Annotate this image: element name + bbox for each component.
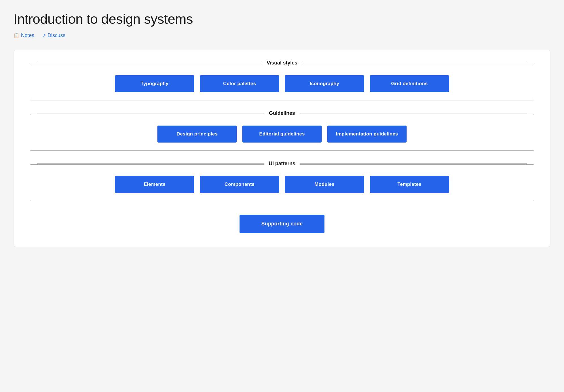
ui-patterns-title-wrapper: UI patterns — [30, 161, 534, 167]
ui-patterns-section: UI patterns Elements Components Modules … — [30, 164, 534, 201]
implementation-guidelines-btn[interactable]: Implementation guidelines — [327, 126, 407, 143]
visual-styles-box: Visual styles Typography Color palettes … — [30, 64, 534, 100]
templates-btn[interactable]: Templates — [370, 176, 449, 193]
header-links: 📋 Notes ↗ Discuss — [14, 33, 550, 38]
guidelines-buttons: Design principles Editorial guidelines I… — [38, 126, 526, 143]
visual-styles-buttons: Typography Color palettes Iconography Gr… — [38, 75, 526, 92]
divider-right-3 — [300, 163, 527, 164]
modules-btn[interactable]: Modules — [285, 176, 364, 193]
divider-right-2 — [300, 113, 527, 113]
page-title: Introduction to design systems — [14, 11, 550, 27]
visual-styles-title-wrapper: Visual styles — [30, 60, 534, 66]
notes-label: Notes — [21, 33, 34, 38]
main-container: Visual styles Typography Color palettes … — [14, 50, 550, 247]
divider-left-3 — [37, 163, 264, 164]
editorial-guidelines-btn[interactable]: Editorial guidelines — [242, 126, 322, 143]
discuss-link[interactable]: ↗ Discuss — [42, 33, 65, 38]
components-btn[interactable]: Components — [200, 176, 279, 193]
supporting-code-section: Supporting code — [30, 215, 534, 233]
ui-patterns-box: UI patterns Elements Components Modules … — [30, 164, 534, 201]
guidelines-section: Guidelines Design principles Editorial g… — [30, 114, 534, 151]
iconography-btn[interactable]: Iconography — [285, 75, 364, 92]
discuss-label: Discuss — [48, 33, 65, 38]
guidelines-box: Guidelines Design principles Editorial g… — [30, 114, 534, 151]
notes-link[interactable]: 📋 Notes — [14, 33, 34, 38]
typography-btn[interactable]: Typography — [115, 75, 194, 92]
divider-right — [302, 63, 527, 63]
guidelines-title-wrapper: Guidelines — [30, 110, 534, 116]
design-principles-btn[interactable]: Design principles — [157, 126, 237, 143]
ui-patterns-buttons: Elements Components Modules Templates — [38, 176, 526, 193]
divider-left — [37, 63, 262, 63]
visual-styles-section: Visual styles Typography Color palettes … — [30, 64, 534, 100]
external-link-icon: ↗ — [42, 33, 46, 38]
notes-icon: 📋 — [14, 33, 19, 38]
divider-left-2 — [37, 113, 264, 113]
supporting-code-btn[interactable]: Supporting code — [240, 215, 324, 233]
guidelines-title: Guidelines — [264, 110, 300, 116]
color-palettes-btn[interactable]: Color palettes — [200, 75, 279, 92]
visual-styles-title: Visual styles — [262, 60, 302, 66]
ui-patterns-title: UI patterns — [264, 161, 300, 167]
elements-btn[interactable]: Elements — [115, 176, 194, 193]
grid-definitions-btn[interactable]: Grid definitions — [370, 75, 449, 92]
